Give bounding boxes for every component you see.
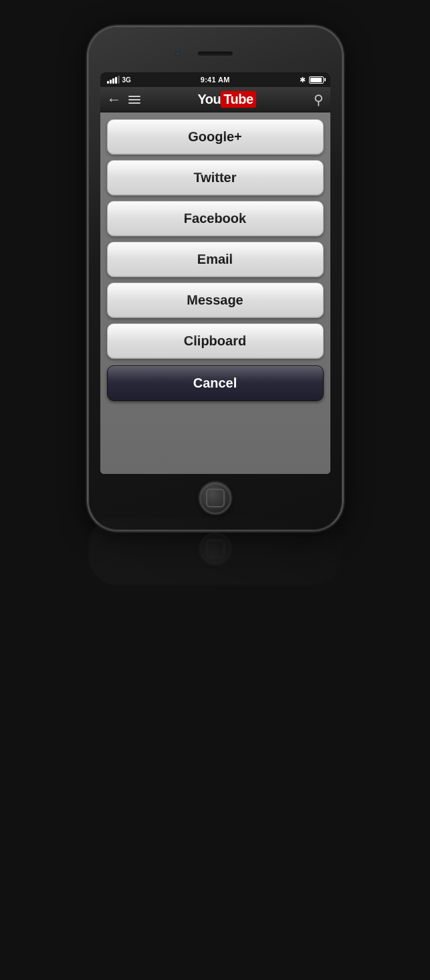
email-button[interactable]: Email [107,242,324,277]
earpiece-speaker [197,51,233,56]
menu-button[interactable] [128,96,140,104]
clipboard-button[interactable]: Clipboard [107,323,324,359]
nav-bar: ← You Tube ⚲ [100,87,330,112]
google-plus-button[interactable]: Google+ [107,119,324,155]
youtube-logo: You Tube [197,91,255,108]
facebook-button[interactable]: Facebook [107,201,324,236]
share-sheet: Google+ Twitter Facebook Email Message C… [100,112,330,474]
signal-bar-5 [118,76,120,84]
status-left: 3G [107,76,131,84]
search-button[interactable]: ⚲ [314,92,324,108]
youtube-you-text: You [197,92,221,107]
signal-bar-1 [107,81,109,84]
phone-reflection-device [88,517,342,585]
nav-left-group: ← [107,92,140,107]
battery-icon [309,76,324,84]
twitter-button[interactable]: Twitter [107,160,324,195]
phone-reflection [88,517,342,585]
network-label: 3G [122,76,131,84]
message-button[interactable]: Message [107,282,324,318]
hamburger-line-1 [128,96,140,97]
phone-device: 3G 9:41 AM ✱ ← [88,27,342,530]
page-wrapper: 3G 9:41 AM ✱ ← [0,0,430,980]
cancel-button[interactable]: Cancel [107,365,324,401]
hamburger-line-2 [128,99,140,100]
signal-bar-2 [110,80,112,84]
phone-bottom [100,478,330,518]
status-right: ✱ [300,76,324,84]
battery-fill [310,78,322,82]
reflection-home-inner [206,540,225,558]
signal-bar-3 [112,78,114,84]
signal-bars [107,76,120,84]
back-button[interactable]: ← [107,92,122,107]
reflection-bottom [100,529,330,569]
home-button-inner [206,489,225,507]
signal-bar-4 [115,77,117,84]
status-bar: 3G 9:41 AM ✱ [100,72,330,87]
youtube-tube-text: Tube [221,91,255,108]
home-button[interactable] [199,482,231,514]
front-camera [175,51,181,56]
bluetooth-icon: ✱ [300,76,306,84]
status-time: 9:41 AM [201,76,230,84]
reflection-home-button [199,533,231,565]
hamburger-line-3 [128,102,140,104]
phone-top [100,39,330,68]
phone-screen: 3G 9:41 AM ✱ ← [100,72,330,474]
